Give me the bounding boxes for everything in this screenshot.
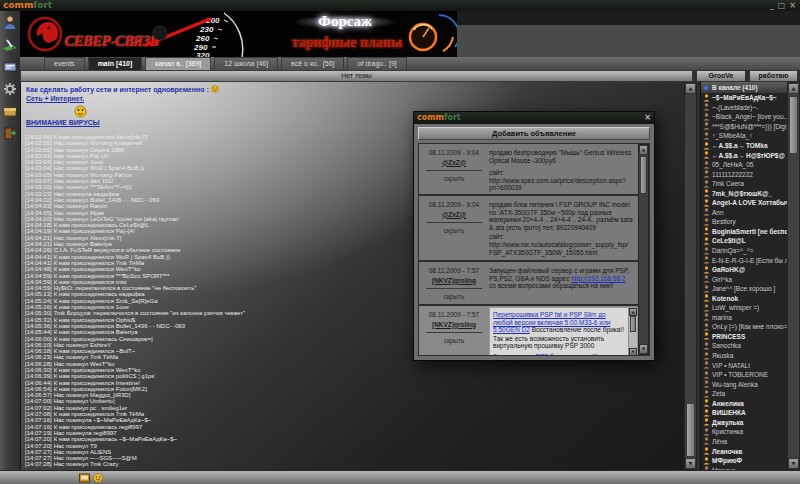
dialog-scroll-thumb[interactable]: [640, 156, 647, 194]
users-scroll-down-button[interactable]: ▼: [788, 458, 799, 469]
channel-tab[interactable]: main [410]: [88, 57, 143, 70]
files-folder-icon[interactable]: [3, 104, 17, 118]
user-list-item[interactable]: ВИШЕНКА: [701, 408, 787, 418]
announcement-text-scrollable[interactable]: Перепрошивка PSP fat и PSP Slim до любой…: [489, 307, 638, 355]
user-list-item[interactable]: ***S@$HuN@***=))) [Digi Digi ...: [701, 122, 787, 132]
title-bar[interactable]: commfort _ □ ×: [0, 0, 800, 11]
user-list-item[interactable]: CeLe$ti@L: [701, 236, 787, 246]
user-list-item[interactable]: GaRoHK@: [701, 265, 787, 275]
user-list-item[interactable]: Sanochka: [701, 341, 787, 351]
inner-scroll-thumb[interactable]: [630, 316, 636, 332]
smiley-picker-icon[interactable]: [93, 473, 103, 483]
user-list-scrollbar[interactable]: ▲ ▼: [787, 82, 800, 470]
user-list-item[interactable]: ~$~МаРиЕвАдКа~$~: [701, 93, 787, 103]
dialog-title-bar[interactable]: commfort ×: [414, 112, 654, 124]
dialog-scrollbar[interactable]: ▲ ▼: [638, 144, 649, 355]
log-timestamp: [14:04:02]: [25, 197, 52, 203]
banner-tariff-title: Форсаж: [270, 12, 420, 30]
user-list-item[interactable]: 7mk_N@$тюшK@_: [701, 188, 787, 198]
ad-banner[interactable]: СЕВЕР-СВЯЗЬ 200 230 260 290 320 Форсаж т…: [20, 11, 457, 57]
autograph-pen-icon[interactable]: [3, 38, 17, 52]
user-list-item[interactable]: ~-(Laveblade)~-: [701, 103, 787, 113]
user-list-item[interactable]: Леаночка: [701, 446, 787, 456]
channel-tab[interactable]: 12 школа [46]: [214, 57, 278, 70]
announcement-item: 08.11.2009 - 7:57 [NKVZ]groling скрыть З…: [419, 262, 638, 306]
status-button[interactable]: работаю: [749, 70, 798, 82]
announcement-author[interactable]: @ZхZ@: [419, 211, 489, 219]
channel-tab[interactable]: events: [44, 57, 85, 70]
chat-scrollbar[interactable]: ▲ ▼: [684, 82, 697, 470]
user-list-item[interactable]: OnLy [=) [Как мне плохо=(]: [701, 322, 787, 332]
user-list-header[interactable]: В канале (410): [701, 82, 787, 93]
user-list-item[interactable]: Besttory: [701, 217, 787, 227]
user-list-item[interactable]: Кристинка: [701, 427, 787, 437]
dialog-close-button[interactable]: ×: [644, 112, 651, 123]
channel-tab[interactable]: канал в.. [389]: [145, 57, 211, 70]
user-list-item[interactable]: ←A.$$.a→ Н@$тЮР$@: [701, 150, 787, 160]
inner-scroll-up-button[interactable]: ▲: [629, 308, 637, 316]
user-list-item[interactable]: 7mk Сиега: [701, 179, 787, 189]
user-list-item[interactable]: BoginiaSmerti [не беспокоить ...: [701, 227, 787, 237]
server-address-link[interactable]: http://192.168.58.2: [571, 275, 625, 282]
user-list-item[interactable]: Angel-A LOVE Хоттабыч: [701, 198, 787, 208]
announcement-author[interactable]: @ZхZ@: [419, 159, 489, 167]
restore-button[interactable]: □: [778, 1, 786, 10]
network-internet-link[interactable]: Сеть + Интернет.: [26, 95, 84, 102]
chat-scroll-down-button[interactable]: ▼: [685, 458, 696, 469]
user-list-item[interactable]: 05_ЛеНкА_05: [701, 160, 787, 170]
chat-scroll-up-button[interactable]: ▲: [685, 83, 696, 94]
user-list-item[interactable]: LoW_whisper =): [701, 303, 787, 313]
groove-button[interactable]: GrooVe: [696, 70, 746, 82]
user-list-item[interactable]: VIP • NATALI: [701, 360, 787, 370]
users-scroll-up-button[interactable]: ▲: [788, 83, 799, 94]
users-scroll-thumb[interactable]: [789, 96, 798, 154]
hide-link[interactable]: скрыть: [419, 337, 489, 345]
settings-gear-icon[interactable]: [3, 82, 17, 96]
ps2-games-link[interactable]: Запуск игр на PS2 без мормодов!!!: [493, 353, 598, 355]
user-list-item[interactable]: Wu-tang Alenka: [701, 379, 787, 389]
minimize-button[interactable]: _: [770, 1, 774, 10]
user-list-item[interactable]: PRINCESS: [701, 332, 787, 342]
inner-scroll-down-button[interactable]: ▼: [629, 348, 637, 355]
chat-scroll-thumb[interactable]: [686, 403, 695, 457]
image-card-icon[interactable]: [3, 60, 17, 74]
user-list-item[interactable]: E-N-E-R-G-I-E [Если бы лекар...: [701, 255, 787, 265]
user-list-item[interactable]: Анжелика: [701, 399, 787, 409]
user-list-item[interactable]: 111111222222: [701, 169, 787, 179]
user-list-item[interactable]: МФриюФ: [701, 456, 787, 466]
user-list-item[interactable]: Zeta: [701, 389, 787, 399]
user-list-item[interactable]: VIP • TOBLERONE: [701, 370, 787, 380]
user-list-item[interactable]: Лёна: [701, 437, 787, 447]
dialog-scroll-up-button[interactable]: ▲: [639, 145, 648, 155]
dialog-scroll-down-button[interactable]: ▼: [639, 344, 648, 354]
exit-door-icon[interactable]: [3, 126, 17, 140]
user-list-item[interactable]: Girl^ka: [701, 274, 787, 284]
user-name: Джаулька: [712, 418, 743, 427]
add-announcement-button[interactable]: Добавить объявление: [418, 127, 650, 140]
user-list-item[interactable]: Якuska: [701, 351, 787, 361]
channel-tab[interactable]: of drago.. [9]: [347, 57, 406, 70]
user-list-item[interactable]: Kotenok: [701, 293, 787, 303]
log-timestamp: [14:03:04]: [25, 165, 52, 171]
hide-link[interactable]: скрыть: [419, 175, 489, 183]
user-list-item[interactable]: Ann: [701, 208, 787, 218]
send-image-icon[interactable]: [79, 473, 90, 483]
user-list-item[interactable]: Jane^^ [Все хорошо.]: [701, 284, 787, 294]
hide-link[interactable]: скрыть: [419, 227, 489, 235]
virus-warning-link[interactable]: ВНИМАНИЕ ВИРУСЫ: [26, 119, 100, 127]
top-filler-dark: [457, 11, 800, 25]
user-list-item[interactable]: ↑_SMbeAta_↑: [701, 131, 787, 141]
hide-link[interactable]: скрыть: [419, 293, 489, 301]
channel-tab[interactable]: всё о ко.. [56]: [281, 57, 344, 70]
announcement-author[interactable]: [NKVZ]groling: [419, 277, 489, 285]
user-list-item[interactable]: ~Black_Angel~ [love you...]: [701, 112, 787, 122]
user-profile-icon[interactable]: [3, 15, 17, 29]
announcement-inner-scrollbar[interactable]: ▲ ▼: [628, 308, 637, 355]
close-button[interactable]: ×: [789, 1, 796, 10]
announcements-dialog[interactable]: commfort × Добавить объявление 08.11.200…: [413, 111, 655, 361]
user-list-item[interactable]: Джаулька: [701, 418, 787, 428]
user-list-item[interactable]: DarinQa=^_^=: [701, 246, 787, 256]
announcement-author[interactable]: [NKVZ]groling: [419, 321, 489, 329]
user-list-item[interactable]: ←A.$$.a→ TOMka: [701, 141, 787, 151]
user-list-item[interactable]: marina: [701, 313, 787, 323]
